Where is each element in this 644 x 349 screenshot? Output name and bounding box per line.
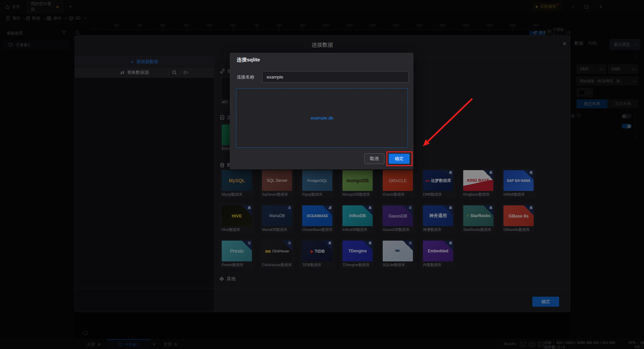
cancel-button[interactable]: 取消 xyxy=(364,153,384,164)
connection-name-input[interactable] xyxy=(262,71,409,83)
file-drop-area[interactable]: example.db xyxy=(236,88,408,148)
connect-sqlite-dialog: 连接sqlite 连接名称 example.db 取消 确定 xyxy=(230,53,414,169)
application-window: 首页 我的空白项目 + ◆ 定制服务 − × 项目数据操作3D 发布 云托管 xyxy=(0,0,644,349)
highlight-red-box xyxy=(386,151,413,166)
dropped-file-name: example.db xyxy=(311,115,333,120)
dialog-title: 连接sqlite xyxy=(237,57,260,63)
connection-name-label: 连接名称 xyxy=(237,74,254,80)
dialog-backdrop xyxy=(0,0,644,349)
